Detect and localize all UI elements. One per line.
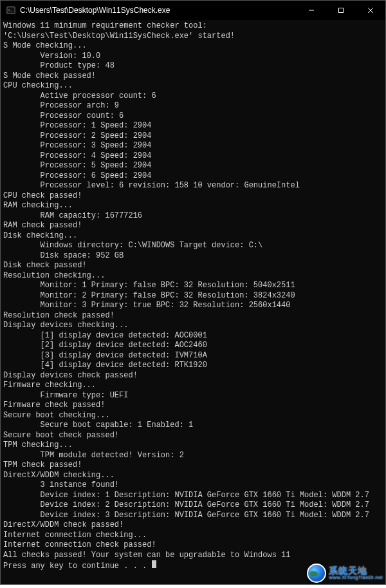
close-button[interactable] [356, 1, 385, 20]
maximize-button[interactable] [326, 1, 356, 20]
window-controls [297, 1, 385, 20]
window-title: C:\Users\Test\Desktop\Win11SysCheck.exe [20, 6, 297, 15]
console-window: >_ C:\Users\Test\Desktop\Win11SysCheck.e… [0, 0, 386, 585]
svg-text:>_: >_ [8, 8, 13, 12]
svg-rect-3 [339, 8, 344, 13]
minimize-button[interactable] [297, 1, 326, 20]
app-icon: >_ [6, 5, 16, 15]
console-output[interactable]: Windows 11 minimum requirement checker t… [1, 20, 385, 584]
cursor [152, 560, 156, 568]
titlebar[interactable]: >_ C:\Users\Test\Desktop\Win11SysCheck.e… [1, 1, 385, 20]
